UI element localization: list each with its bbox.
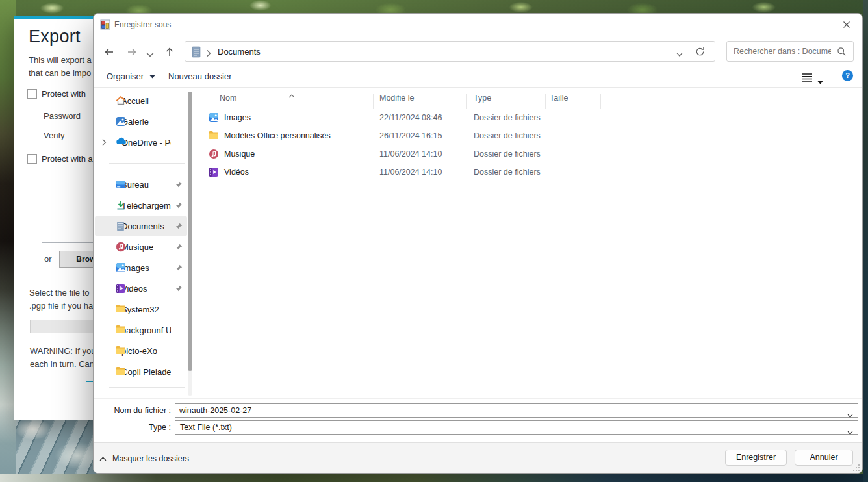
new-folder-button[interactable]: Nouveau dossier xyxy=(168,71,232,81)
pin-icon xyxy=(175,285,183,294)
close-icon[interactable] xyxy=(841,19,853,31)
protect-password-checkbox[interactable] xyxy=(27,89,37,99)
file-type: Dossier de fichiers xyxy=(474,168,541,177)
sidebar-item-gallery[interactable]: Galerie xyxy=(95,111,187,132)
file-name: Images xyxy=(224,113,251,122)
organize-button[interactable]: Organiser xyxy=(107,71,155,81)
table-row[interactable]: Vidéos 11/06/2024 14:10 Dossier de fichi… xyxy=(196,163,857,181)
sidebar-item-label: picto-eXo xyxy=(121,346,157,356)
select-file-line2: .pgp file if you ha xyxy=(29,301,93,311)
filename-input[interactable] xyxy=(179,405,842,416)
pin-icon xyxy=(175,243,183,253)
breadcrumb[interactable]: Documents xyxy=(218,47,261,57)
documents-icon xyxy=(116,221,125,233)
sidebar-item-music[interactable]: Musique xyxy=(95,236,187,257)
folder-icon xyxy=(116,346,126,357)
back-icon[interactable] xyxy=(103,45,116,61)
search-input[interactable] xyxy=(734,42,831,60)
file-name: Musique xyxy=(224,149,255,159)
save-as-dialog: Enregistrer sous xyxy=(93,13,863,474)
view-options-caret-icon[interactable] xyxy=(817,76,823,88)
protect-cert-checkbox[interactable] xyxy=(27,154,37,164)
sidebar-scrollbar[interactable] xyxy=(188,92,192,396)
sidebar-item-label: System32 xyxy=(121,305,159,314)
column-divider[interactable] xyxy=(466,94,467,109)
toolbar-divider xyxy=(94,87,862,88)
winforms-app-icon xyxy=(100,19,110,32)
column-header-size[interactable]: Taille xyxy=(550,94,568,103)
sidebar-item-documents[interactable]: Documents xyxy=(95,216,187,236)
sidebar-item-background-uph[interactable]: backgrounf UPH xyxy=(95,320,187,340)
dialog-titlebar[interactable]: Enregistrer sous xyxy=(94,14,862,37)
sidebar-item-home[interactable]: Accueil xyxy=(95,90,187,111)
forward-icon[interactable] xyxy=(125,45,138,61)
help-icon[interactable]: ? xyxy=(842,70,853,81)
sidebar-item-videos[interactable]: Vidéos xyxy=(95,278,187,299)
sidebar-item-onedrive[interactable]: OneDrive - Pers xyxy=(95,132,187,153)
file-name: Modèles Office personnalisés xyxy=(224,131,331,140)
music-icon xyxy=(116,242,126,254)
column-divider[interactable] xyxy=(600,94,601,109)
sidebar-item-copil-pleiade[interactable]: Copil Pleiade 6 xyxy=(95,361,187,382)
column-header-modified[interactable]: Modifié le xyxy=(379,94,415,103)
sidebar-item-pictures[interactable]: Images xyxy=(95,257,187,278)
sidebar-item-label: backgrounf UPH xyxy=(121,325,171,335)
sidebar-item-picto-exo[interactable]: picto-eXo xyxy=(95,340,187,361)
folder-icon xyxy=(116,304,126,315)
password-label: Password xyxy=(44,111,81,121)
table-row[interactable]: Musique 11/06/2024 14:10 Dossier de fich… xyxy=(196,145,857,163)
folder-icon xyxy=(209,131,219,142)
column-divider[interactable] xyxy=(373,94,374,109)
filename-combo xyxy=(175,403,858,418)
pin-icon xyxy=(175,181,183,190)
address-bar[interactable]: Documents xyxy=(185,41,715,62)
hide-folders-button[interactable]: Masquer les dossiers xyxy=(99,451,189,466)
music-icon xyxy=(209,149,219,161)
list-header: Nom Modifié le Type Taille xyxy=(196,92,857,107)
folder-icon xyxy=(116,325,126,336)
table-row[interactable]: Images 22/11/2024 08:46 Dossier de fichi… xyxy=(196,108,857,127)
home-icon xyxy=(116,95,126,108)
up-icon[interactable] xyxy=(163,45,176,61)
gallery-icon xyxy=(116,116,126,129)
chevron-right-icon[interactable] xyxy=(101,138,107,148)
desktop-wallpaper-tree xyxy=(0,0,16,482)
table-row[interactable]: Modèles Office personnalisés 26/11/2024 … xyxy=(196,127,857,145)
cancel-button[interactable]: Annuler xyxy=(795,450,853,466)
recent-locations-icon[interactable] xyxy=(146,49,155,60)
filetype-select[interactable]: Text File (*.txt) xyxy=(175,420,858,435)
filename-row: Nom du fichier : xyxy=(94,403,862,418)
sidebar-item-label: Téléchargem xyxy=(121,201,171,210)
sidebar-item-desktop[interactable]: Bureau xyxy=(95,174,187,195)
file-type: Dossier de fichiers xyxy=(474,149,541,159)
search-icon[interactable] xyxy=(837,47,847,59)
videos-icon xyxy=(209,167,219,179)
sidebar-item-label: Copil Pleiade 6 xyxy=(121,367,171,377)
filename-label: Nom du fichier : xyxy=(94,406,171,415)
pictures-icon xyxy=(209,112,219,125)
scrollbar-thumb[interactable] xyxy=(188,92,192,371)
pictures-icon xyxy=(116,262,126,275)
address-dropdown-icon[interactable] xyxy=(676,49,683,60)
resize-grip[interactable] xyxy=(853,464,860,471)
organize-label: Organiser xyxy=(107,71,144,81)
dialog-toolbar: Organiser Nouveau dossier ? xyxy=(94,68,862,87)
sidebar-item-system32[interactable]: System32 xyxy=(95,299,187,320)
desktop-wallpaper-ground xyxy=(0,474,868,482)
sidebar-separator xyxy=(109,387,185,388)
filetype-row: Type : Text File (*.txt) xyxy=(94,420,862,435)
sidebar-item-downloads[interactable]: Téléchargem xyxy=(95,195,187,216)
desktop-wallpaper-edge xyxy=(863,0,868,482)
column-divider[interactable] xyxy=(545,94,546,109)
chevron-down-icon[interactable] xyxy=(847,409,853,421)
view-options-icon[interactable] xyxy=(802,72,813,85)
breadcrumb-chevron-icon[interactable] xyxy=(206,48,211,60)
folder-icon xyxy=(116,366,126,377)
refresh-icon[interactable] xyxy=(695,46,706,60)
chevron-down-icon[interactable] xyxy=(847,426,853,438)
column-header-name[interactable]: Nom xyxy=(220,94,236,103)
export-description-line2: that can be impo xyxy=(29,68,91,78)
sidebar-item-label: OneDrive - Pers xyxy=(121,138,171,147)
column-header-type[interactable]: Type xyxy=(474,94,491,103)
save-button[interactable]: Enregistrer xyxy=(725,450,787,466)
